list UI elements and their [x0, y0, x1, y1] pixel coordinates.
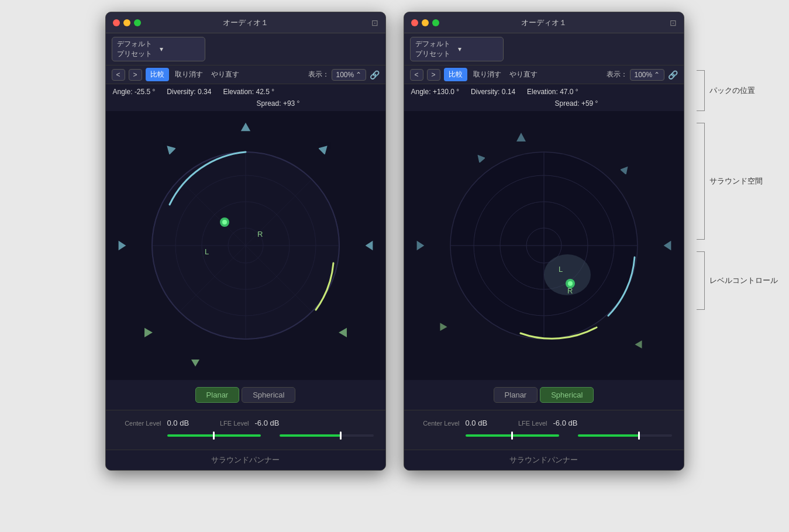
left-traffic-lights: [113, 19, 141, 26]
left-speaker-left: [116, 240, 128, 251]
left-diversity-value: 0.34: [198, 88, 211, 96]
left-sliders-row: [118, 431, 374, 440]
right-stats-row2: Spread: +59 °: [404, 99, 684, 111]
left-planar-mode-button[interactable]: Planar: [195, 387, 240, 403]
right-redo-button[interactable]: やり直す: [507, 68, 540, 81]
right-diversity-value: 0.14: [502, 88, 515, 96]
right-surround-space[interactable]: L R: [404, 111, 684, 380]
svg-point-34: [568, 281, 573, 286]
right-preset-chevron: ▾: [458, 45, 498, 53]
right-expand-icon[interactable]: ⊡: [670, 18, 677, 27]
right-zoom-value[interactable]: 100% ⌃: [630, 69, 664, 81]
right-lfe-label: LFE Level: [504, 420, 547, 427]
right-preset-toolbar: デフォルトプリセット ▾: [404, 33, 684, 65]
right-undo-button[interactable]: 取り消す: [471, 68, 504, 81]
right-L-label: L: [559, 265, 563, 274]
right-zoom-control: 表示： 100% ⌃: [607, 69, 664, 81]
right-nav-next[interactable]: >: [427, 69, 440, 81]
left-close-button[interactable]: [113, 19, 120, 26]
right-preset-dropdown[interactable]: デフォルトプリセット ▾: [410, 37, 504, 61]
right-planar-mode-button[interactable]: Planar: [494, 387, 538, 403]
svg-marker-23: [663, 241, 671, 250]
right-nav-prev[interactable]: <: [410, 69, 423, 81]
right-compare-button[interactable]: 比較: [444, 68, 467, 81]
left-redo-button[interactable]: やり直す: [209, 68, 242, 81]
level-control-label-container: レベルコントロール: [697, 251, 778, 310]
left-spherical-mode-button[interactable]: Spherical: [242, 387, 295, 403]
svg-point-18: [222, 220, 227, 224]
right-spherical-mode-button[interactable]: Spherical: [540, 387, 594, 403]
right-speaker-right: [661, 240, 673, 251]
right-spread-stat: Spread: +59 °: [555, 99, 598, 108]
svg-marker-3: [118, 241, 126, 250]
left-diversity-label: Diversity:: [167, 88, 195, 96]
left-compare-button[interactable]: 比較: [146, 68, 169, 81]
left-spread-value: +93 °: [283, 99, 300, 108]
left-plugin-window: オーディオ１ ⊡ デフォルトプリセット ▾ < > 比較 取り消す やり直す 表…: [105, 12, 386, 471]
left-fullscreen-button[interactable]: [134, 19, 141, 26]
right-stats-row1: Angle: +130.0 ° Diversity: 0.14 Elevatio…: [404, 84, 684, 99]
svg-marker-22: [416, 241, 424, 250]
right-center-level-label: Center Level: [416, 420, 460, 427]
left-preset-dropdown[interactable]: デフォルトプリセット ▾: [112, 37, 205, 61]
left-center-slider[interactable]: [167, 431, 261, 440]
left-spread-stat: Spread: +93 °: [257, 99, 300, 108]
left-elevation-stat: Elevation: 42.5 °: [223, 88, 274, 96]
left-minimize-button[interactable]: [123, 19, 130, 26]
left-level-controls: Center Level 0.0 dB LFE Level -6.0 dB: [106, 410, 385, 450]
left-link-icon[interactable]: 🔗: [370, 70, 380, 80]
left-lfe-slider[interactable]: [280, 431, 374, 440]
left-lfe-label: LFE Level: [205, 420, 249, 427]
left-zoom-value[interactable]: 100% ⌃: [332, 69, 366, 81]
left-expand-icon[interactable]: ⊡: [371, 18, 378, 27]
left-undo-button[interactable]: 取り消す: [173, 68, 205, 81]
pack-position-label-container: パックの位置: [697, 70, 778, 111]
left-diversity-stat: Diversity: 0.34: [167, 88, 211, 96]
left-titlebar: オーディオ１ ⊡: [106, 12, 385, 33]
left-nav-next[interactable]: >: [129, 69, 142, 81]
left-L-label: L: [205, 247, 209, 256]
right-diversity-label: Diversity:: [471, 88, 499, 96]
right-bottom-title: サラウンドパンナー: [404, 450, 684, 470]
left-surround-svg[interactable]: L R: [146, 146, 345, 345]
svg-marker-19: [516, 133, 526, 141]
right-titlebar: オーディオ１ ⊡: [404, 12, 684, 33]
right-mode-buttons: Planar Spherical: [404, 380, 684, 410]
left-surround-space[interactable]: L R: [106, 111, 385, 380]
right-surround-svg[interactable]: L R: [445, 146, 643, 345]
left-speaker-right: [363, 240, 375, 251]
right-lfe-value: -6.0 dB: [553, 419, 585, 427]
right-preset-name: デフォルトプリセット: [415, 39, 456, 59]
left-preset-toolbar: デフォルトプリセット ▾: [106, 33, 385, 65]
right-fullscreen-button[interactable]: [432, 19, 439, 26]
right-elevation-label: Elevation:: [527, 88, 558, 96]
right-spread-label: Spread:: [555, 99, 580, 108]
svg-point-16: [152, 152, 339, 339]
left-preset-chevron: ▾: [160, 45, 200, 53]
left-elevation-value: 42.5 °: [256, 88, 274, 96]
left-speaker-top: [240, 122, 251, 133]
right-angle-label: Angle:: [411, 88, 431, 96]
left-R-label: R: [257, 230, 263, 239]
right-link-icon[interactable]: 🔗: [668, 70, 678, 80]
right-plugin-window: オーディオ１ ⊡ デフォルトプリセット ▾ < > 比較 取り消す やり直す 表…: [404, 12, 684, 471]
left-nav-prev[interactable]: <: [112, 69, 125, 81]
right-lfe-slider[interactable]: [578, 431, 672, 440]
right-minimize-button[interactable]: [422, 19, 429, 26]
level-control-label: レベルコントロール: [705, 275, 778, 286]
right-center-level-row: Center Level 0.0 dB LFE Level -6.0 dB: [416, 419, 672, 427]
svg-marker-0: [240, 123, 250, 132]
right-close-button[interactable]: [411, 19, 418, 26]
left-center-level-value: 0.0 dB: [167, 419, 199, 427]
left-zoom-control: 表示： 100% ⌃: [308, 69, 366, 81]
right-speaker-left: [415, 240, 426, 251]
right-diversity-stat: Diversity: 0.14: [471, 88, 515, 96]
left-stats-row1: Angle: -25.5 ° Diversity: 0.34 Elevation…: [106, 84, 385, 99]
right-level-controls: Center Level 0.0 dB LFE Level -6.0 dB: [404, 410, 684, 450]
right-elevation-value: 47.0 °: [560, 88, 578, 96]
left-speaker-bottom-center-left: [190, 357, 201, 368]
right-angle-value: +130.0 °: [433, 88, 459, 96]
right-center-slider[interactable]: [466, 431, 560, 440]
right-action-toolbar: < > 比較 取り消す やり直す 表示： 100% ⌃ 🔗: [404, 65, 684, 84]
left-spread-label: Spread:: [257, 99, 281, 108]
